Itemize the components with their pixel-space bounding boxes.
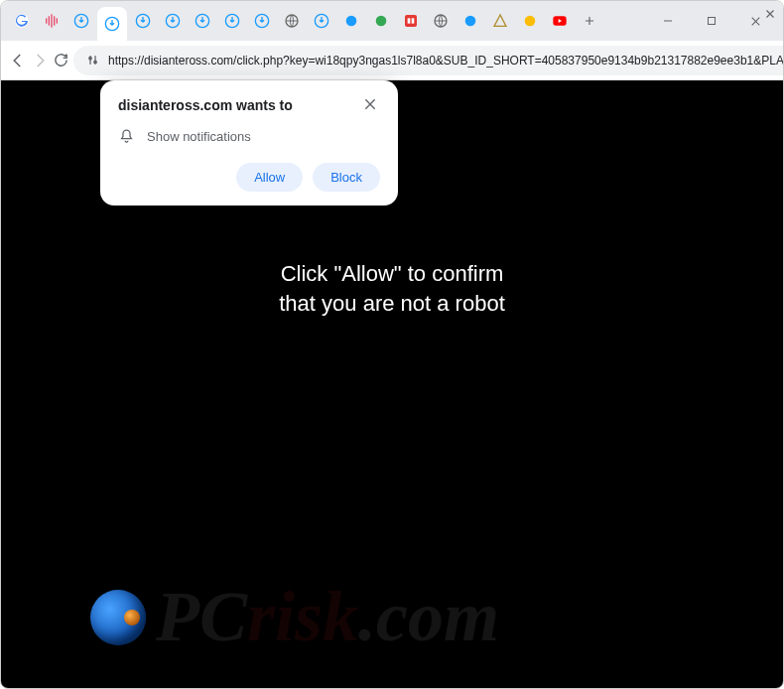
svg-point-15 xyxy=(346,16,357,27)
svg-rect-1 xyxy=(46,18,47,23)
close-popup-button[interactable] xyxy=(362,96,380,114)
tab-6[interactable] xyxy=(159,7,187,35)
tab-strip xyxy=(1,1,783,41)
tab-14[interactable] xyxy=(397,7,425,35)
url-text: https://disianteross.com/click.php?key=w… xyxy=(108,54,784,68)
tab-15[interactable] xyxy=(427,7,455,35)
download-icon xyxy=(104,16,120,32)
tab-5[interactable] xyxy=(129,7,157,35)
tab-16[interactable] xyxy=(457,7,484,35)
permission-title: disianteross.com wants to xyxy=(118,97,293,113)
blue-dot-icon xyxy=(343,13,359,29)
message-line-2: that you are not a robot xyxy=(1,289,783,319)
watermark-part1: PC xyxy=(156,577,247,656)
svg-rect-3 xyxy=(51,14,52,27)
green-dot-icon xyxy=(373,13,389,29)
tab-18[interactable] xyxy=(516,7,544,35)
svg-rect-24 xyxy=(709,18,716,25)
block-button[interactable]: Block xyxy=(313,163,380,192)
minimize-button[interactable] xyxy=(646,6,690,36)
download-icon xyxy=(254,13,270,29)
maximize-button[interactable] xyxy=(690,6,733,36)
new-tab-button[interactable] xyxy=(576,7,603,35)
tab-7[interactable] xyxy=(189,7,216,35)
tab-1[interactable] xyxy=(8,7,36,35)
bell-icon xyxy=(118,128,135,145)
close-tab-icon[interactable] xyxy=(763,7,777,21)
tab-19[interactable] xyxy=(546,7,574,35)
forward-button xyxy=(31,45,49,76)
download-icon xyxy=(224,13,240,29)
tab-3[interactable] xyxy=(67,7,95,35)
back-button[interactable] xyxy=(9,45,27,76)
site-settings-icon[interactable] xyxy=(85,53,100,68)
svg-point-22 xyxy=(525,16,536,27)
red-square-icon xyxy=(403,13,419,29)
svg-rect-2 xyxy=(49,16,50,25)
tab-9[interactable] xyxy=(248,7,276,35)
svg-point-28 xyxy=(93,61,97,65)
svg-rect-19 xyxy=(412,18,415,23)
tab-10[interactable] xyxy=(278,7,306,35)
svg-rect-4 xyxy=(54,16,55,25)
google-icon xyxy=(14,13,30,29)
message-line-1: Click "Allow" to confirm xyxy=(1,259,783,289)
svg-rect-5 xyxy=(57,18,58,23)
tab-12[interactable] xyxy=(337,7,365,35)
youtube-icon xyxy=(552,13,568,29)
svg-point-16 xyxy=(376,16,387,27)
tab-2[interactable] xyxy=(38,7,65,35)
download-icon xyxy=(73,13,89,29)
tab-8[interactable] xyxy=(218,7,246,35)
svg-rect-17 xyxy=(405,15,417,27)
svg-point-21 xyxy=(465,16,476,27)
tab-13[interactable] xyxy=(367,7,395,35)
globe-icon xyxy=(433,13,449,29)
tab-4-active[interactable] xyxy=(97,7,127,41)
notification-permission-popup: disianteross.com wants to Show notificat… xyxy=(100,80,398,206)
svg-point-27 xyxy=(88,57,92,61)
watermark: PCrisk.com xyxy=(90,576,499,658)
download-icon xyxy=(135,13,151,29)
sound-icon xyxy=(44,13,60,29)
watermark-part2: risk xyxy=(247,577,358,656)
permission-option: Show notifications xyxy=(147,129,251,144)
tab-11[interactable] xyxy=(308,7,335,35)
page-message: Click "Allow" to confirm that you are no… xyxy=(1,259,783,318)
svg-rect-18 xyxy=(408,18,411,23)
download-icon xyxy=(195,13,210,29)
allow-button[interactable]: Allow xyxy=(236,163,303,192)
blue-dot-icon xyxy=(462,13,478,29)
globe-icon xyxy=(284,13,300,29)
watermark-ball-icon xyxy=(90,590,146,645)
download-icon xyxy=(314,13,329,29)
watermark-part3: .com xyxy=(358,577,499,656)
browser-toolbar: https://disianteross.com/click.php?key=w… xyxy=(1,41,783,80)
yellow-dot-icon xyxy=(522,13,538,29)
tri-icon xyxy=(492,13,508,29)
download-icon xyxy=(165,13,181,29)
reload-button[interactable] xyxy=(53,45,69,76)
tab-17[interactable] xyxy=(486,7,514,35)
address-bar[interactable]: https://disianteross.com/click.php?key=w… xyxy=(73,46,784,75)
